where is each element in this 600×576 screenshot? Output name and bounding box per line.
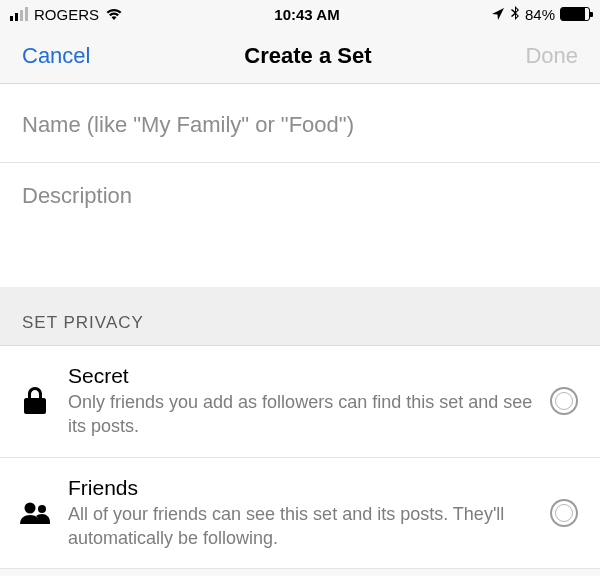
page-title: Create a Set (244, 43, 371, 69)
privacy-option-text: Friends All of your friends can see this… (68, 476, 534, 551)
svg-point-0 (25, 502, 36, 513)
privacy-option-title: Friends (68, 476, 534, 500)
location-icon (491, 7, 505, 21)
radio-button[interactable] (550, 499, 578, 527)
name-input[interactable]: Name (like "My Family" or "Food") (0, 84, 600, 163)
privacy-option-friends[interactable]: Friends All of your friends can see this… (0, 458, 600, 570)
svg-point-1 (38, 505, 46, 513)
status-bar: ROGERS 10:43 AM 84% (0, 0, 600, 28)
status-time: 10:43 AM (274, 6, 339, 23)
privacy-section-header: SET PRIVACY (0, 287, 600, 346)
status-right: 84% (491, 6, 590, 23)
battery-percent: 84% (525, 6, 555, 23)
cancel-button[interactable]: Cancel (22, 43, 90, 69)
radio-button[interactable] (550, 387, 578, 415)
friends-icon (18, 501, 52, 525)
privacy-option-secret[interactable]: Secret Only friends you add as followers… (0, 346, 600, 458)
status-left: ROGERS (10, 6, 123, 23)
privacy-option-text: Secret Only friends you add as followers… (68, 364, 534, 439)
form-section: Name (like "My Family" or "Food") Descri… (0, 84, 600, 287)
bluetooth-icon (510, 6, 520, 22)
privacy-option-title: Secret (68, 364, 534, 388)
wifi-icon (105, 7, 123, 21)
battery-icon (560, 7, 590, 21)
nav-bar: Cancel Create a Set Done (0, 28, 600, 84)
signal-icon (10, 7, 28, 21)
privacy-option-subtitle: All of your friends can see this set and… (68, 502, 534, 551)
privacy-list: Secret Only friends you add as followers… (0, 346, 600, 569)
description-input[interactable]: Description (0, 163, 600, 287)
privacy-option-subtitle: Only friends you add as followers can fi… (68, 390, 534, 439)
lock-icon (18, 386, 52, 416)
carrier-label: ROGERS (34, 6, 99, 23)
done-button[interactable]: Done (525, 43, 578, 69)
